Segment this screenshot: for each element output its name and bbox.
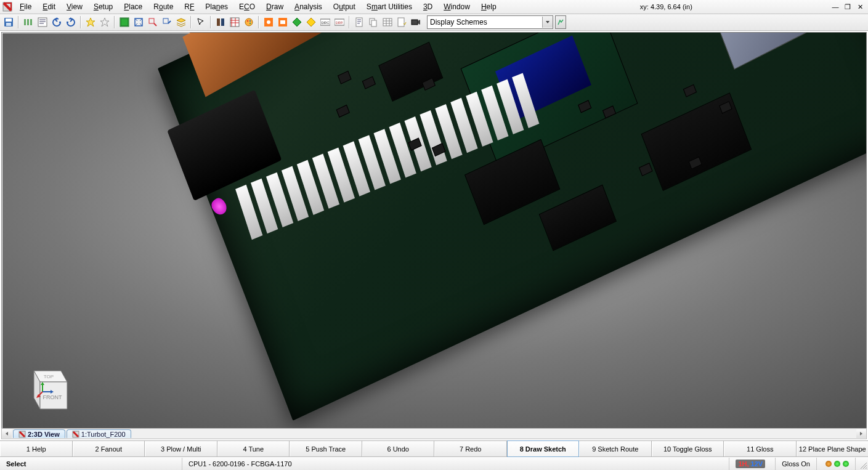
tab-icon bbox=[18, 431, 26, 438]
menu-rf[interactable]: RF bbox=[179, 1, 199, 12]
svg-rect-27 bbox=[356, 18, 362, 26]
redo-icon[interactable] bbox=[64, 15, 78, 29]
hatching-icon[interactable] bbox=[228, 15, 241, 29]
menubar: File Edit View Setup Place Route RF Plan… bbox=[0, 0, 868, 14]
menu-analysis[interactable]: Analysis bbox=[290, 1, 327, 12]
window-controls: — ❐ ✕ bbox=[831, 2, 866, 11]
minimize-button[interactable]: — bbox=[831, 2, 840, 11]
status-layer[interactable]: 1H, 12V bbox=[729, 458, 776, 470]
svg-rect-29 bbox=[371, 20, 376, 26]
undo-icon[interactable] bbox=[50, 15, 63, 29]
properties-icon[interactable] bbox=[36, 15, 49, 29]
display-scheme-dropdown[interactable] bbox=[427, 15, 553, 29]
status-component: CPU1 - 6200-0196 - FCBGA-1170 bbox=[182, 458, 729, 470]
drp-icon[interactable]: DRP. bbox=[333, 15, 346, 29]
svg-rect-14 bbox=[221, 18, 224, 26]
display-control-icon[interactable] bbox=[214, 15, 227, 29]
menu-smart[interactable]: Smart Utilities bbox=[362, 1, 417, 12]
view-cube[interactable]: TOP FRONT bbox=[19, 366, 71, 414]
3d-viewport[interactable]: TOP FRONT bbox=[1, 32, 867, 429]
fn-1-help[interactable]: 1 Help bbox=[0, 441, 73, 456]
report-doc-icon[interactable] bbox=[352, 15, 366, 29]
report-star-icon[interactable] bbox=[395, 15, 408, 29]
menu-eco[interactable]: ECO bbox=[234, 1, 260, 12]
orange-tool2-icon[interactable] bbox=[276, 15, 290, 29]
distribute-icon[interactable] bbox=[22, 15, 35, 29]
tab-label: 1:Turbot_F200 bbox=[81, 431, 126, 438]
tab-3d-view[interactable]: 2:3D View bbox=[13, 429, 65, 438]
tab-icon bbox=[72, 431, 79, 438]
svg-text:DRC: DRC bbox=[322, 21, 330, 25]
drc-icon[interactable]: DRC bbox=[318, 15, 332, 29]
svg-point-21 bbox=[267, 20, 270, 24]
fn-11-gloss[interactable]: 11 Gloss bbox=[724, 441, 797, 456]
palette-icon[interactable] bbox=[242, 15, 256, 29]
scroll-right-icon[interactable] bbox=[856, 429, 866, 438]
menu-output[interactable]: Output bbox=[328, 1, 360, 12]
status-mode: Select bbox=[0, 458, 182, 470]
tab-label: 2:3D View bbox=[28, 431, 60, 438]
app-icon bbox=[2, 2, 12, 12]
svg-text:DRP.: DRP. bbox=[336, 21, 344, 25]
dropdown-toggle-icon[interactable] bbox=[542, 17, 553, 28]
fn-9-sketch-route[interactable]: 9 Sketch Route bbox=[579, 441, 652, 456]
status-leds bbox=[817, 458, 856, 470]
viewport-area: TOP FRONT 2:3D View 1:Turbot_F200 bbox=[0, 31, 868, 440]
svg-rect-8 bbox=[121, 18, 128, 26]
menu-setup[interactable]: Setup bbox=[89, 1, 118, 12]
svg-rect-3 bbox=[6, 23, 11, 26]
menu-edit[interactable]: Edit bbox=[38, 1, 60, 12]
fn-8-draw-sketch[interactable]: 8 Draw Sketch bbox=[507, 440, 580, 457]
copy-doc-icon[interactable] bbox=[367, 15, 380, 29]
menu-file[interactable]: File bbox=[15, 1, 36, 12]
fn-5-push-trace[interactable]: 5 Push Trace bbox=[290, 441, 362, 456]
display-scheme-input[interactable] bbox=[428, 17, 542, 28]
menu-planes[interactable]: Planes bbox=[200, 1, 233, 12]
zoom-board-icon[interactable] bbox=[118, 15, 131, 29]
yellow-diamond-icon[interactable] bbox=[304, 15, 318, 29]
green-diamond-icon[interactable] bbox=[290, 15, 304, 29]
fn-12-place-plane-shape[interactable]: 12 Place Plane Shape bbox=[797, 441, 869, 456]
fn-2-fanout[interactable]: 2 Fanout bbox=[73, 441, 145, 456]
fn-6-undo[interactable]: 6 Undo bbox=[362, 441, 435, 456]
fn-4-tune[interactable]: 4 Tune bbox=[217, 441, 290, 456]
menu-view[interactable]: View bbox=[62, 1, 87, 12]
menu-draw[interactable]: Draw bbox=[261, 1, 288, 12]
cam-icon[interactable] bbox=[409, 15, 423, 29]
close-button[interactable]: ✕ bbox=[856, 2, 864, 11]
svg-rect-13 bbox=[217, 18, 220, 26]
save-icon[interactable] bbox=[2, 15, 15, 29]
zoom-in-icon[interactable] bbox=[146, 15, 160, 29]
menu-help[interactable]: Help bbox=[476, 1, 501, 12]
svg-point-17 bbox=[247, 20, 248, 22]
highlight-icon[interactable] bbox=[84, 15, 97, 29]
layers-icon[interactable] bbox=[174, 15, 188, 29]
fn-7-redo[interactable]: 7 Redo bbox=[434, 441, 507, 456]
select-icon[interactable] bbox=[194, 15, 208, 29]
fn-10-toggle-gloss[interactable]: 10 Toggle Gloss bbox=[652, 441, 724, 456]
svg-rect-31 bbox=[398, 18, 404, 26]
menu-place[interactable]: Place bbox=[119, 1, 147, 12]
function-key-bar: 1 Help2 Fanout3 Plow / Multi4 Tune5 Push… bbox=[0, 440, 868, 457]
svg-rect-30 bbox=[383, 18, 392, 26]
coordinate-readout: xy: 4.39, 6.64 (in) bbox=[634, 3, 699, 10]
svg-rect-11 bbox=[149, 18, 154, 23]
zoom-out-icon[interactable] bbox=[160, 15, 174, 29]
menu-window[interactable]: Window bbox=[439, 1, 475, 12]
scroll-left-icon[interactable] bbox=[2, 429, 12, 438]
resize-grip-icon[interactable] bbox=[856, 458, 868, 470]
scheme-picker-button[interactable] bbox=[555, 15, 566, 29]
table-icon[interactable] bbox=[381, 15, 394, 29]
svg-rect-5 bbox=[27, 19, 29, 25]
unhighlight-icon[interactable] bbox=[98, 15, 112, 29]
status-gloss[interactable]: Gloss On bbox=[776, 458, 817, 470]
svg-point-16 bbox=[245, 18, 253, 26]
orange-tool1-icon[interactable] bbox=[262, 15, 275, 29]
fn-3-plow-/-multi[interactable]: 3 Plow / Multi bbox=[145, 441, 217, 456]
tab-turbot[interactable]: 1:Turbot_F200 bbox=[67, 429, 131, 438]
menu-route[interactable]: Route bbox=[148, 1, 178, 12]
restore-button[interactable]: ❐ bbox=[843, 2, 852, 11]
menu-3d[interactable]: 3D bbox=[418, 1, 437, 12]
zoom-extents-icon[interactable] bbox=[132, 15, 145, 29]
led-green-icon bbox=[834, 461, 840, 467]
